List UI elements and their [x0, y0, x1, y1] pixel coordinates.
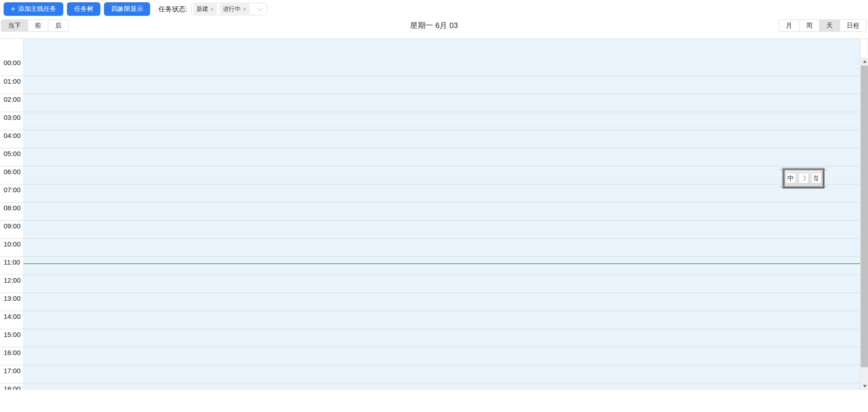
- hour-row: 13:00: [0, 293, 860, 311]
- time-label: 01:00: [0, 76, 24, 94]
- hour-cell[interactable]: [24, 347, 860, 365]
- time-label: 11:00: [0, 257, 24, 275]
- hour-row: 07:00: [0, 184, 860, 202]
- day-calendar: 00:0001:0002:0003:0004:0005:0006:0007:00…: [0, 38, 868, 390]
- scrollbar-corner: [860, 39, 868, 57]
- hour-row: 11:00: [0, 256, 860, 275]
- hour-row: 18:00: [0, 383, 860, 390]
- time-label: 00:00: [0, 57, 24, 76]
- scroll-up-button[interactable]: [861, 57, 868, 65]
- time-grid-viewport: 00:0001:0002:0003:0004:0005:0006:0007:00…: [0, 57, 868, 390]
- remove-tag-icon[interactable]: ×: [211, 6, 214, 12]
- hour-row: 01:00: [0, 76, 860, 94]
- hour-cell[interactable]: [24, 311, 860, 329]
- allday-cell[interactable]: [24, 39, 860, 57]
- hour-cell[interactable]: [24, 166, 860, 184]
- status-tag[interactable]: 进行中×: [220, 4, 250, 14]
- plus-icon: +: [11, 5, 15, 13]
- ime-toolbar[interactable]: 中 ☽: [783, 168, 824, 188]
- time-label: 08:00: [0, 203, 24, 220]
- view-tab[interactable]: 日程: [840, 19, 867, 32]
- hour-cell[interactable]: [24, 257, 860, 275]
- top-toolbar: + 添加主线任务 任务树 四象限显示 任务状态: 新建×进行中×: [0, 0, 868, 18]
- vertical-scrollbar[interactable]: [860, 57, 868, 390]
- hour-cell[interactable]: [24, 329, 860, 347]
- time-label: 18:00: [0, 384, 24, 390]
- hour-row: 09:00: [0, 220, 860, 238]
- time-label: 02:00: [0, 94, 24, 112]
- hour-cell[interactable]: [24, 94, 860, 112]
- add-main-task-label: 添加主线任务: [18, 5, 56, 13]
- hour-row: 06:00: [0, 166, 860, 184]
- time-label: 10:00: [0, 239, 24, 256]
- hour-cell[interactable]: [24, 76, 860, 94]
- allday-row: [0, 39, 868, 57]
- time-label: 14:00: [0, 311, 24, 329]
- hour-row: 14:00: [0, 311, 860, 329]
- status-tag[interactable]: 新建×: [193, 4, 217, 14]
- hour-cell[interactable]: [24, 239, 860, 256]
- remove-tag-icon[interactable]: ×: [243, 6, 246, 12]
- hour-row: 03:00: [0, 112, 860, 130]
- status-tag-label: 新建: [197, 5, 208, 13]
- arrow-up-icon: [863, 60, 867, 63]
- hour-row: 10:00: [0, 238, 860, 256]
- time-label: 15:00: [0, 329, 24, 347]
- hour-cell[interactable]: [24, 384, 860, 390]
- hour-cell[interactable]: [24, 203, 860, 220]
- time-label: 06:00: [0, 166, 24, 184]
- hour-cell[interactable]: [24, 112, 860, 130]
- task-status-select[interactable]: 新建×进行中×: [191, 3, 267, 15]
- time-label: 04:00: [0, 130, 24, 148]
- hour-cell[interactable]: [24, 130, 860, 148]
- task-tree-label: 任务树: [74, 5, 93, 13]
- hour-row: 02:00: [0, 94, 860, 112]
- arrow-down-icon: [863, 385, 867, 388]
- date-title: 星期一 6月 03: [0, 20, 868, 31]
- ime-mode-label: 中: [788, 174, 794, 183]
- current-time-indicator: [24, 263, 860, 264]
- hour-cell[interactable]: [24, 221, 860, 238]
- time-label: 09:00: [0, 221, 24, 238]
- task-tree-button[interactable]: 任务树: [67, 2, 100, 16]
- hour-cell[interactable]: [24, 185, 860, 202]
- add-main-task-button[interactable]: + 添加主线任务: [4, 2, 63, 16]
- hour-row: 08:00: [0, 202, 860, 220]
- task-status-label: 任务状态:: [158, 5, 187, 14]
- hour-row: 17:00: [0, 365, 860, 383]
- hour-row: 15:00: [0, 329, 860, 347]
- time-label: 05:00: [0, 148, 24, 166]
- scroll-down-button[interactable]: [861, 382, 868, 390]
- hour-row: 04:00: [0, 130, 860, 148]
- hour-cell[interactable]: [24, 148, 860, 166]
- chevron-down-icon[interactable]: [257, 5, 263, 11]
- status-tag-label: 进行中: [223, 5, 241, 13]
- time-label: 07:00: [0, 185, 24, 202]
- hour-row: 00:00: [0, 57, 860, 76]
- ime-keyboard-button[interactable]: [811, 173, 821, 184]
- quadrant-display-label: 四象限显示: [111, 5, 143, 13]
- hour-cell[interactable]: [24, 293, 860, 311]
- calendar-nav-row: 当下 前 后 星期一 6月 03 月周天日程: [0, 18, 868, 33]
- moon-icon: ☽: [801, 175, 807, 182]
- hour-cell[interactable]: [24, 275, 860, 293]
- view-switcher-group: 月周天日程: [778, 19, 867, 32]
- hour-rows: 00:0001:0002:0003:0004:0005:0006:0007:00…: [0, 57, 860, 390]
- hour-row: 16:00: [0, 347, 860, 365]
- time-label: 16:00: [0, 347, 24, 365]
- view-tab[interactable]: 周: [799, 19, 820, 32]
- scrollbar-thumb[interactable]: [861, 66, 868, 367]
- hour-cell[interactable]: [24, 57, 860, 76]
- time-label: 13:00: [0, 293, 24, 311]
- time-label: 17:00: [0, 365, 24, 383]
- time-label: 03:00: [0, 112, 24, 130]
- hour-cell[interactable]: [24, 365, 860, 383]
- allday-gutter: [0, 39, 24, 57]
- view-tab[interactable]: 月: [778, 19, 799, 32]
- time-label: 12:00: [0, 275, 24, 293]
- ime-mode-button[interactable]: 中: [786, 173, 796, 184]
- quadrant-display-button[interactable]: 四象限显示: [104, 2, 150, 16]
- keyboard-icon: [813, 175, 819, 181]
- view-tab[interactable]: 天: [819, 19, 840, 32]
- ime-fullwidth-button[interactable]: ☽: [798, 173, 809, 184]
